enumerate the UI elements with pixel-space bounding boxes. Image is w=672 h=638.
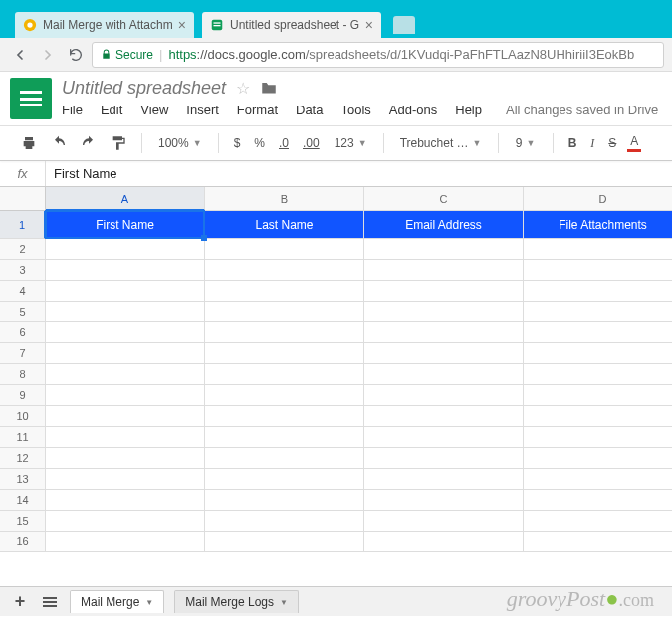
cell[interactable] [46,448,205,469]
menu-format[interactable]: Format [237,103,278,117]
undo-icon[interactable] [48,132,70,154]
cell[interactable] [524,302,672,322]
row-header[interactable]: 7 [0,343,46,364]
cell[interactable] [364,322,524,343]
browser-tab-1[interactable]: Untitled spreadsheet - G × [202,12,381,38]
cell[interactable] [524,322,672,343]
cell[interactable] [524,469,672,490]
cell[interactable] [364,364,524,385]
cell[interactable] [524,532,672,552]
row-header[interactable]: 9 [0,385,46,406]
browser-tab-0[interactable]: Mail Merge with Attachm × [15,12,194,38]
italic-button[interactable]: I [587,136,597,151]
cell[interactable]: First Name [46,211,205,239]
menu-view[interactable]: View [140,103,168,117]
cell[interactable] [205,385,364,406]
cell[interactable] [364,469,524,490]
strike-button[interactable]: S [605,136,619,150]
cell[interactable] [364,511,524,532]
reload-button[interactable] [64,43,88,67]
chevron-down-icon[interactable]: ▼ [145,598,153,607]
close-icon[interactable]: × [365,18,373,32]
cell[interactable]: Last Name [205,211,364,239]
cell[interactable] [46,406,205,427]
cell[interactable] [524,343,672,364]
row-header[interactable]: 14 [0,490,46,511]
close-icon[interactable]: × [178,18,186,32]
cell[interactable] [364,343,524,364]
menu-tools[interactable]: Tools [340,103,370,117]
cell[interactable] [46,302,205,322]
chevron-down-icon[interactable]: ▼ [280,598,288,607]
menu-data[interactable]: Data [296,103,323,117]
cell[interactable]: File Attachments [524,211,672,239]
row-header[interactable]: 15 [0,511,46,532]
cell[interactable] [524,406,672,427]
row-header[interactable]: 5 [0,302,46,322]
row-header[interactable]: 4 [0,281,46,302]
menu-edit[interactable]: Edit [101,103,122,117]
paint-format-icon[interactable] [108,132,129,154]
currency-button[interactable]: $ [231,136,244,150]
zoom-dropdown[interactable]: 100%▼ [154,136,206,150]
cell[interactable] [364,406,524,427]
cell[interactable] [46,469,205,490]
col-header[interactable]: B [205,187,364,211]
url-input[interactable]: Secure | https://docs.google.com/spreads… [92,42,664,68]
menu-help[interactable]: Help [455,103,482,117]
sheet-tab-0[interactable]: Mail Merge ▼ [70,590,164,613]
row-header[interactable]: 2 [0,239,46,260]
select-all-corner[interactable] [0,187,46,211]
cell[interactable] [205,427,364,448]
row-header[interactable]: 11 [0,427,46,448]
cell[interactable] [205,281,364,302]
spreadsheet-grid[interactable]: ABCD1First NameLast NameEmail AddressFil… [0,187,672,605]
cell[interactable] [205,490,364,511]
cell[interactable] [46,511,205,532]
cell[interactable] [524,448,672,469]
row-header[interactable]: 6 [0,322,46,343]
redo-icon[interactable] [78,132,100,154]
cell[interactable] [524,427,672,448]
row-header[interactable]: 1 [0,211,46,239]
cell[interactable] [205,511,364,532]
font-dropdown[interactable]: Trebuchet …▼ [396,136,486,150]
print-icon[interactable] [18,132,40,154]
cell[interactable] [46,239,205,260]
cell[interactable] [524,385,672,406]
number-format-dropdown[interactable]: 123▼ [331,136,371,150]
cell[interactable] [524,281,672,302]
cell[interactable] [524,490,672,511]
col-header[interactable]: A [46,187,205,211]
add-sheet-button[interactable]: + [10,592,30,612]
cell[interactable] [46,343,205,364]
cell[interactable] [364,260,524,281]
sheet-tab-1[interactable]: Mail Merge Logs ▼ [174,590,299,613]
cell[interactable] [46,281,205,302]
cell[interactable] [524,239,672,260]
dec-less-button[interactable]: .0 [276,136,292,150]
row-header[interactable]: 10 [0,406,46,427]
cell[interactable] [46,364,205,385]
cell[interactable] [205,322,364,343]
menu-file[interactable]: File [62,103,83,117]
cell[interactable] [524,260,672,281]
col-header[interactable]: C [364,187,524,211]
cell[interactable] [364,302,524,322]
sheets-logo[interactable] [10,78,52,119]
cell[interactable] [205,239,364,260]
back-button[interactable] [8,43,32,67]
cell[interactable] [205,302,364,322]
cell[interactable] [364,532,524,552]
cell[interactable] [46,385,205,406]
cell[interactable] [205,406,364,427]
cell[interactable]: Email Address [364,211,524,239]
cell[interactable] [46,532,205,552]
cell[interactable] [205,260,364,281]
row-header[interactable]: 13 [0,469,46,490]
cell[interactable] [524,364,672,385]
dec-more-button[interactable]: .00 [300,136,323,150]
cell[interactable] [364,490,524,511]
col-header[interactable]: D [524,187,672,211]
cell[interactable] [46,427,205,448]
